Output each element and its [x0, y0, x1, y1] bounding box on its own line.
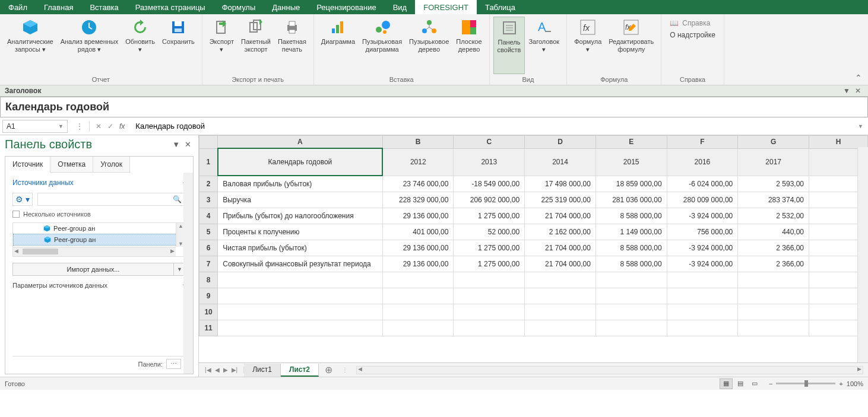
cell[interactable]: 283 374,00 [738, 192, 809, 208]
cell[interactable]: 1 275 000,00 [454, 240, 525, 256]
col-header-H[interactable]: H [809, 136, 868, 149]
gear-icon[interactable]: ⚙ ▾ [12, 193, 33, 206]
zoom-out-button[interactable]: − [769, 380, 772, 387]
sheet-nav-first-icon[interactable]: |◀ [204, 367, 213, 373]
source-params-section[interactable]: Параметры источников данных ▾ [12, 282, 186, 289]
cell[interactable]: -3 924 000,00 [667, 208, 738, 224]
cell[interactable]: 281 036 000,00 [595, 192, 667, 208]
cell[interactable]: 29 136 000,00 [382, 256, 454, 272]
row-header-4[interactable]: 4 [199, 208, 218, 224]
props-tab-1[interactable]: Отметка [50, 157, 93, 173]
row-header-2[interactable]: 2 [199, 176, 218, 192]
row-header-6[interactable]: 6 [199, 240, 218, 256]
cell[interactable]: 440,00 [738, 224, 809, 240]
menu-вставка[interactable]: Вставка [81, 0, 126, 14]
cell[interactable] [738, 320, 809, 336]
col-header-A[interactable]: A [218, 136, 382, 149]
tree-item[interactable]: Peer-group ан [13, 234, 185, 246]
view-page-layout-icon[interactable]: ▤ [734, 378, 747, 389]
ribbon-cube-blue[interactable]: Аналитическиезапросы ▾ [4, 17, 57, 74]
panels-more-button[interactable]: ⋯ [166, 359, 181, 369]
add-sheet-button[interactable]: ⊕ [319, 364, 338, 375]
cell[interactable]: 2016 [667, 148, 738, 176]
props-tab-0[interactable]: Источник [5, 157, 50, 173]
ribbon-batch-print[interactable]: Пакетнаяпечать [274, 17, 310, 74]
cell[interactable]: -6 024 000,00 [667, 176, 738, 192]
cell[interactable]: Выручка [218, 192, 382, 208]
sheet-tab-Лист1[interactable]: Лист1 [244, 364, 281, 377]
cell[interactable]: 29 136 000,00 [382, 240, 454, 256]
cell[interactable] [218, 288, 382, 304]
sheet-nav-next-icon[interactable]: ▶ [222, 367, 229, 373]
cell[interactable]: 2 366,00 [738, 240, 809, 256]
cell[interactable]: 225 319 000,00 [525, 192, 596, 208]
col-header-F[interactable]: F [667, 136, 738, 149]
name-box[interactable]: A1 ▼ [2, 120, 68, 133]
ribbon-title[interactable]: AЗаголовок▾ [525, 17, 563, 74]
cell[interactable]: 1 149 000,00 [595, 224, 667, 240]
ribbon-bubble-tree[interactable]: Пузырьковоедерево [406, 17, 452, 74]
cell[interactable]: -3 924 000,00 [667, 256, 738, 272]
row-header-5[interactable]: 5 [199, 224, 218, 240]
cell[interactable]: 2017 [738, 148, 809, 176]
col-header-D[interactable]: D [525, 136, 596, 149]
select-all-corner[interactable] [199, 136, 218, 149]
formula-input[interactable] [131, 119, 853, 133]
menu-вид[interactable]: Вид [385, 0, 416, 14]
cell[interactable]: 21 704 000,00 [525, 208, 596, 224]
row-header-8[interactable]: 8 [199, 272, 218, 288]
view-page-break-icon[interactable]: ▭ [748, 378, 761, 389]
col-header-B[interactable]: B [382, 136, 454, 149]
tree-item[interactable]: Peer-group ан [13, 223, 185, 234]
cell[interactable] [595, 272, 667, 288]
ribbon-export[interactable]: Экспорт▾ [206, 17, 237, 74]
row-header-7[interactable]: 7 [199, 256, 218, 272]
about-addin[interactable]: О надстройке [670, 31, 715, 39]
cell[interactable]: 8 588 000,00 [595, 208, 667, 224]
cell[interactable] [738, 288, 809, 304]
row-header-10[interactable]: 10 [199, 304, 218, 320]
cell[interactable]: 29 136 000,00 [382, 208, 454, 224]
cell[interactable] [738, 304, 809, 320]
ribbon-batch-export[interactable]: Пакетныйэкспорт [237, 17, 274, 74]
ribbon-fx-edit[interactable]: fxРедактироватьформулу [605, 17, 657, 74]
cell[interactable] [595, 288, 667, 304]
import-data-button[interactable]: Импорт данных... [12, 263, 174, 276]
cell[interactable]: 1 275 000,00 [454, 208, 525, 224]
ribbon-chart[interactable]: Диаграмма [318, 17, 359, 74]
cell[interactable]: 2015 [595, 148, 667, 176]
ribbon-clock-blue[interactable]: Анализ временныхрядов ▾ [57, 17, 122, 74]
search-icon[interactable]: 🔍 [173, 195, 182, 203]
cell[interactable]: 756 000,00 [667, 224, 738, 240]
cell[interactable]: -18 549 000,00 [454, 176, 525, 192]
cell[interactable] [382, 320, 454, 336]
zoom-in-button[interactable]: + [839, 380, 842, 387]
cell[interactable]: Проценты к получению [218, 224, 382, 240]
cell[interactable] [218, 304, 382, 320]
multiple-sources-checkbox[interactable]: Несколько источников [12, 211, 186, 218]
help-link[interactable]: 📖 Справка [670, 19, 710, 27]
cell[interactable]: 280 009 000,00 [667, 192, 738, 208]
row-header-1[interactable]: 1 [199, 148, 218, 176]
cell[interactable]: Прибыль (убыток) до налогообложения [218, 208, 382, 224]
cell[interactable]: 18 859 000,00 [595, 176, 667, 192]
cell[interactable] [454, 304, 525, 320]
view-normal-icon[interactable]: ▦ [720, 378, 733, 389]
cell[interactable] [667, 288, 738, 304]
cell[interactable] [595, 304, 667, 320]
cell[interactable]: 2 593,00 [738, 176, 809, 192]
props-tab-2[interactable]: Уголок [93, 157, 130, 173]
formula-accept-icon[interactable]: ✓ [107, 122, 113, 130]
menu-таблица[interactable]: Таблица [477, 0, 524, 14]
menu-главная[interactable]: Главная [36, 0, 81, 14]
sheet-nav-last-icon[interactable]: ▶| [230, 367, 239, 373]
col-header-G[interactable]: G [738, 136, 809, 149]
cell[interactable]: 206 902 000,00 [454, 192, 525, 208]
cell[interactable] [382, 304, 454, 320]
cell[interactable]: 8 588 000,00 [595, 240, 667, 256]
zoom-slider[interactable] [776, 383, 835, 384]
formula-cancel-icon[interactable]: ✕ [96, 122, 102, 130]
menu-разметка страницы[interactable]: Разметка страницы [127, 0, 214, 14]
cell[interactable] [667, 304, 738, 320]
cell[interactable] [382, 288, 454, 304]
